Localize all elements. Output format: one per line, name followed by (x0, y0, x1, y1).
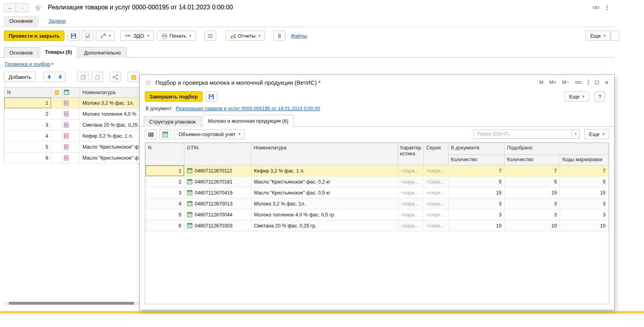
help-button[interactable]: ? (595, 91, 605, 102)
series-cell: <сери... (424, 220, 449, 231)
scale-m-minus-button[interactable]: M− (562, 80, 569, 85)
save-button[interactable] (68, 31, 79, 41)
column-header-grid-icon[interactable] (62, 87, 80, 97)
nav-link-tasks[interactable]: Задачи (49, 18, 66, 24)
tab-main[interactable]: Основное (4, 47, 38, 58)
paste-button[interactable] (91, 72, 103, 82)
column-header-gtin[interactable]: GTIN (184, 143, 251, 165)
volume-sort-accounting-button[interactable]: Объемно-сортовой учет ▾ (174, 129, 245, 139)
share-button[interactable] (109, 72, 121, 82)
selection-table-row[interactable]: 204607112670181Масло "Крестьянское" фас.… (146, 176, 609, 187)
paperclip-icon (277, 33, 281, 39)
qty-in-document-cell: 3 (449, 209, 505, 220)
table-more-button[interactable]: Еще ▾ (584, 129, 609, 139)
add-row-button[interactable]: Добавить (4, 72, 36, 82)
marked-product-icon-cell (62, 120, 80, 130)
column-header-marking-codes[interactable]: Коды маркировки (560, 155, 609, 165)
scale-m-button[interactable]: M (539, 80, 543, 85)
create-based-on-icon (100, 33, 106, 39)
tab-additional[interactable]: Дополнительно (78, 47, 126, 58)
caret-down-icon: ▾ (259, 34, 261, 38)
selection-table: N GTIN Номенклатура Характеристика Серия… (145, 143, 609, 231)
list-view-button[interactable] (204, 31, 216, 41)
row-number-cell: 4 (4, 131, 51, 141)
attachment-button[interactable] (274, 31, 285, 41)
column-header-doc-icon[interactable] (51, 87, 62, 97)
caret-down-icon: ▾ (582, 95, 584, 98)
row-number-cell: 5 (4, 142, 51, 152)
qty-in-document-cell: 10 (449, 220, 505, 231)
row-number-cell: 2 (4, 109, 51, 119)
green-grid-icon (187, 168, 192, 173)
post-and-close-button[interactable]: Провести и закрыть (4, 31, 64, 41)
back-button[interactable]: ← (4, 3, 16, 12)
selection-table-row[interactable]: 604607112670303Сметана 20 % фас. 0,25 гр… (146, 220, 609, 231)
column-header-nomenclature[interactable]: Номенклатура (251, 143, 398, 165)
document-link[interactable]: Реализация товаров и услуг 0000-000195 о… (175, 106, 320, 111)
reports-button[interactable]: Отчеты ▾ (226, 31, 265, 41)
marked-product-icon (64, 133, 69, 138)
dialog-more-button[interactable]: Еще ▾ (564, 91, 589, 102)
tab-packaging-structure[interactable]: Структура упаковок (144, 116, 201, 127)
close-icon[interactable]: × (605, 79, 609, 86)
forward-button[interactable]: → (16, 3, 28, 12)
nav-tab-main[interactable]: Основное (4, 16, 38, 26)
dialog-tabs: Структура упаковок Молоко и молочная про… (140, 115, 614, 127)
post-document-button[interactable] (82, 31, 93, 41)
column-header-n[interactable]: N (4, 87, 51, 97)
qty-picked-cell: 10 (505, 220, 560, 231)
dialog-vetis-selection: Подбор и проверка молока и молочной прод… (139, 74, 615, 310)
copy-icon (81, 74, 86, 80)
gtin-cell: 04607112670044 (184, 209, 251, 220)
check-and-select-link[interactable]: Проверка и подбор (5, 61, 50, 67)
clipped-toolbar-button[interactable] (611, 31, 619, 41)
column-group-picked[interactable]: Подобрано (505, 143, 609, 155)
favorite-star-icon[interactable] (35, 4, 42, 11)
tab-milk-products[interactable]: Молоко и молочная продукция (6) (203, 115, 294, 127)
column-header-series[interactable]: Серия (424, 143, 449, 165)
titlebar: ← → Реализация товаров и услуг 0000-0001… (0, 0, 644, 15)
selection-table-row[interactable]: 304607112670419Масло "Крестьянское" фас.… (146, 187, 609, 198)
row-spacer-cell (51, 153, 62, 163)
grid-view-button[interactable] (159, 129, 171, 139)
arrow-up-icon (47, 74, 51, 79)
selection-table-row[interactable]: 404607112670013Молоко 3,2 % фас. 1л.<хар… (146, 198, 609, 209)
search-clear-button[interactable]: × (572, 129, 580, 139)
copy-link-icon[interactable] (575, 79, 582, 86)
column-group-in-document[interactable]: В документе (449, 143, 505, 155)
document-tabs: Основное Товары (6) Дополнительно (0, 45, 614, 58)
barcode-scan-button[interactable] (145, 129, 157, 139)
print-button[interactable]: Печать ▾ (157, 31, 196, 41)
search-input[interactable] (474, 129, 572, 139)
finish-selection-button[interactable]: Завершить подбор (145, 91, 203, 102)
row-spacer-cell (51, 131, 62, 141)
maximize-icon[interactable] (595, 81, 599, 84)
scrollbar-thumb[interactable] (9, 302, 134, 305)
series-cell: <сери... (424, 165, 449, 176)
column-header-characteristic[interactable]: Характеристика (398, 143, 424, 165)
tab-goods[interactable]: Товары (6) (40, 46, 78, 58)
reports-label: Отчеты (238, 33, 255, 39)
favorite-star-icon[interactable] (145, 79, 151, 85)
selection-table-row[interactable]: 104607112670112Кефир 3,2 % фас. 1 л.<хар… (146, 165, 609, 176)
selection-link-row: Проверка и подбор ▾ (5, 60, 53, 68)
more-dots-icon[interactable] (587, 79, 589, 86)
files-link[interactable]: Файлы (291, 33, 307, 39)
row-number-cell: 5 (146, 209, 184, 220)
move-down-button[interactable] (55, 72, 65, 82)
more-dots-icon[interactable] (606, 4, 608, 11)
more-button[interactable]: Еще ▾ (586, 31, 610, 41)
scale-m-plus-button[interactable]: M+ (549, 80, 556, 85)
move-up-button[interactable] (44, 72, 55, 82)
column-header-quantity-doc[interactable]: Количество (449, 155, 505, 165)
column-header-n[interactable]: N (146, 143, 184, 165)
copy-button[interactable] (77, 72, 89, 82)
marked-goods-button[interactable] (128, 72, 139, 82)
save-button[interactable] (206, 91, 217, 102)
selection-table-row[interactable]: 504607112670044Молоко топленое 4,0 % фас… (146, 209, 609, 220)
marking-codes-cell: 3 (560, 198, 609, 209)
create-based-on-button[interactable]: ▾ (96, 31, 115, 41)
column-header-quantity-picked[interactable]: Количество (505, 155, 560, 165)
copy-link-icon[interactable] (593, 4, 599, 11)
edo-button[interactable]: ЭДО ▾ (120, 31, 153, 41)
